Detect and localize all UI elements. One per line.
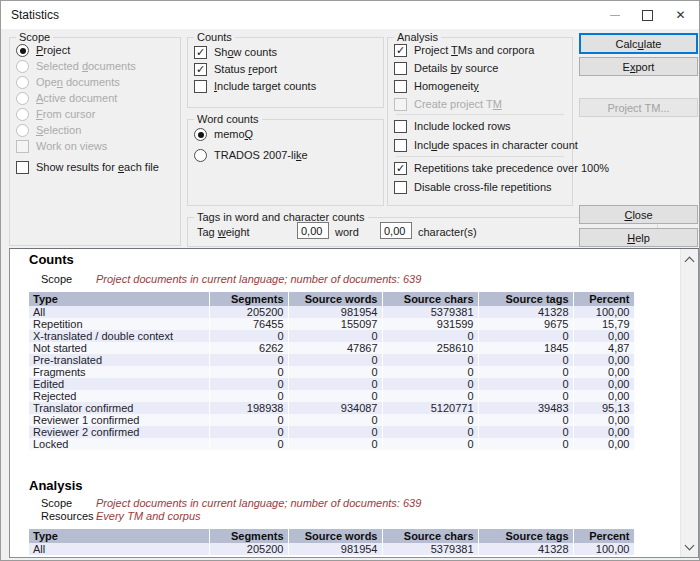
include-target-counts-checkbox[interactable]: Include target counts bbox=[194, 80, 381, 93]
cell-value: 0 bbox=[288, 378, 382, 390]
column-header-source-tags: Source tags bbox=[478, 292, 573, 306]
column-header-type: Type bbox=[29, 529, 209, 543]
scope-group-label: Scope bbox=[16, 31, 53, 43]
help-button[interactable]: Help bbox=[579, 228, 698, 247]
cell-value: 0 bbox=[478, 438, 573, 450]
include-target-counts-label: Include target counts bbox=[214, 80, 316, 93]
homogeneity-checkbox[interactable]: Homogeneity bbox=[394, 80, 570, 93]
project-radio[interactable]: Project bbox=[16, 44, 178, 57]
show-counts-checkbox[interactable]: ✓Show counts bbox=[194, 46, 381, 59]
checkbox-icon bbox=[394, 181, 407, 194]
cell-value: 0 bbox=[382, 378, 478, 390]
cell-value: 100,00 bbox=[573, 543, 634, 555]
maximize-button[interactable] bbox=[631, 1, 664, 29]
radio-icon bbox=[16, 44, 29, 57]
status-report-checkbox[interactable]: ✓Status report bbox=[194, 63, 381, 76]
row-label: Pre-translated bbox=[29, 354, 209, 366]
active-document-radio: Active document bbox=[16, 92, 178, 105]
memoq-radio[interactable]: memoQ bbox=[194, 128, 381, 141]
column-header-source-chars: Source chars bbox=[382, 292, 478, 306]
cell-value: 0 bbox=[478, 354, 573, 366]
cell-value: 0 bbox=[209, 438, 288, 450]
analysis-group-label: Analysis bbox=[394, 31, 441, 43]
scroll-down-button[interactable] bbox=[681, 538, 697, 555]
column-header-percent: Percent bbox=[573, 529, 634, 543]
analysis-options-2: Include locked rowsInclude spaces in cha… bbox=[394, 120, 570, 158]
export-button[interactable]: Export bbox=[579, 57, 698, 76]
cell-value: 155097 bbox=[288, 318, 382, 330]
cell-value: 0 bbox=[478, 390, 573, 402]
vertical-scrollbar[interactable] bbox=[680, 249, 698, 557]
minimize-button bbox=[598, 1, 631, 29]
analysis-scope-row: ScopeProject documents in current langua… bbox=[41, 497, 421, 510]
disable-cross-file-repetitions-checkbox[interactable]: Disable cross-file repetitions bbox=[394, 181, 570, 194]
title-bar: Statistics ✕ bbox=[1, 1, 699, 29]
counts-scope-value: Project documents in current language; n… bbox=[96, 273, 421, 285]
checkbox-icon: ✓ bbox=[194, 46, 207, 59]
tag-weight-char-input[interactable] bbox=[380, 222, 412, 239]
maximize-icon bbox=[642, 10, 653, 21]
cell-value: 0,00 bbox=[573, 438, 634, 450]
project-tms-and-corpora-checkbox[interactable]: ✓Project TMs and corpora bbox=[394, 44, 570, 57]
selected-documents-radio: Selected documents bbox=[16, 60, 178, 73]
analysis-scope-label: Scope bbox=[41, 497, 96, 510]
column-header-source-words: Source words bbox=[288, 292, 382, 306]
cell-value: 0 bbox=[209, 366, 288, 378]
repetitions-take-precedence-checkbox[interactable]: ✓Repetitions take precedence over 100% bbox=[394, 162, 570, 175]
cell-value: 0 bbox=[382, 366, 478, 378]
cell-value: 5379381 bbox=[382, 543, 478, 555]
checkbox-icon bbox=[194, 80, 207, 93]
radio-icon bbox=[16, 124, 29, 137]
cell-value: 100,00 bbox=[573, 306, 634, 318]
table-row: Edited00000,00 bbox=[29, 378, 634, 390]
trados-2007-like-radio[interactable]: TRADOS 2007-like bbox=[194, 149, 381, 162]
cell-value: 0 bbox=[209, 414, 288, 426]
cell-value: 0 bbox=[478, 414, 573, 426]
show-counts-label: Show counts bbox=[214, 46, 277, 59]
include-locked-rows-checkbox[interactable]: Include locked rows bbox=[394, 120, 570, 133]
close-window-button[interactable]: ✕ bbox=[664, 1, 697, 29]
cell-value: 5120771 bbox=[382, 402, 478, 414]
close-button[interactable]: Close bbox=[579, 205, 698, 224]
row-label: All bbox=[29, 543, 209, 555]
scroll-up-button[interactable] bbox=[681, 251, 697, 268]
counts-group: Counts ✓Show counts✓Status reportInclude… bbox=[187, 37, 384, 108]
cell-value: 931599 bbox=[382, 318, 478, 330]
cell-value: 4,87 bbox=[573, 342, 634, 354]
cell-value: 0,00 bbox=[573, 426, 634, 438]
word-counts-group: Word counts memoQTRADOS 2007-like bbox=[187, 119, 384, 206]
project-label: Project bbox=[36, 44, 70, 57]
analysis-divider-1 bbox=[396, 114, 564, 115]
selection-radio: Selection bbox=[16, 124, 178, 137]
counts-group-label: Counts bbox=[194, 31, 235, 43]
cell-value: 0 bbox=[288, 438, 382, 450]
work-on-views-label: Work on views bbox=[36, 140, 107, 153]
tag-weight-word-input[interactable] bbox=[297, 222, 329, 239]
scope-options: ProjectSelected documentsOpen documentsA… bbox=[16, 44, 178, 177]
checkbox-icon bbox=[16, 140, 29, 153]
minimize-icon bbox=[610, 15, 620, 16]
status-report-label: Status report bbox=[214, 63, 277, 76]
table-header-row: TypeSegmentsSource wordsSource charsSour… bbox=[29, 529, 634, 543]
window-title: Statistics bbox=[11, 8, 59, 22]
row-label: Rejected bbox=[29, 390, 209, 402]
cell-value: 981954 bbox=[288, 543, 382, 555]
cell-value: 95,13 bbox=[573, 402, 634, 414]
cell-value: 0,00 bbox=[573, 414, 634, 426]
cell-value: 0 bbox=[382, 438, 478, 450]
tags-group-label: Tags in word and character counts bbox=[194, 211, 368, 223]
cell-value: 9675 bbox=[478, 318, 573, 330]
calculate-button[interactable]: Calculate bbox=[579, 33, 698, 54]
checkbox-icon bbox=[394, 120, 407, 133]
show-results-for-each-file-checkbox[interactable]: Show results for each file bbox=[16, 161, 178, 174]
include-spaces-in-character-count-checkbox[interactable]: Include spaces in character count bbox=[394, 139, 570, 152]
include-locked-rows-label: Include locked rows bbox=[414, 120, 511, 133]
details-by-source-label: Details by source bbox=[414, 62, 498, 75]
memoq-label: memoQ bbox=[214, 128, 253, 141]
cell-value: 981954 bbox=[288, 306, 382, 318]
radio-icon bbox=[16, 76, 29, 89]
row-label: Repetition bbox=[29, 318, 209, 330]
create-project-tm-label: Create project TM bbox=[414, 98, 502, 111]
details-by-source-checkbox[interactable]: Details by source bbox=[394, 62, 570, 75]
table-row: Fragments00000,00 bbox=[29, 366, 634, 378]
